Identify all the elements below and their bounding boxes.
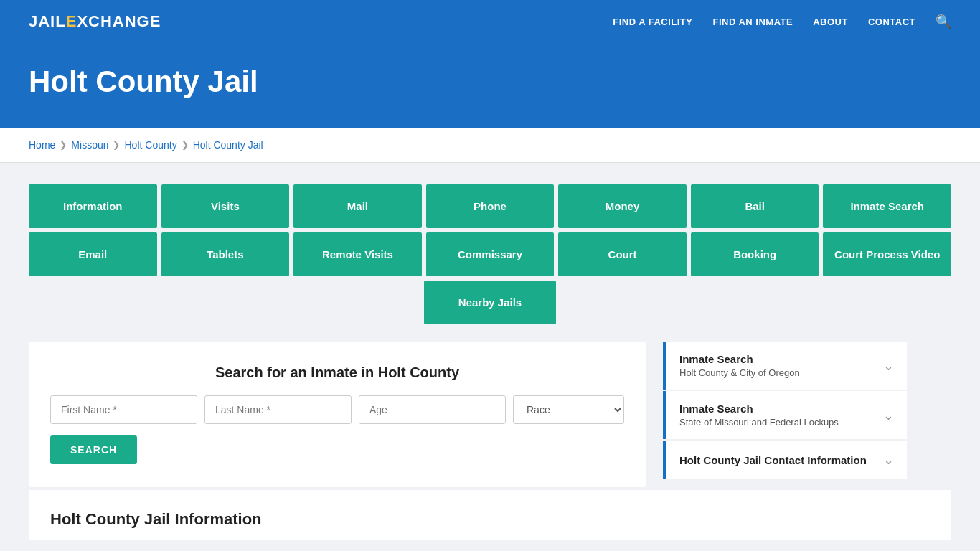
commissary-btn[interactable]: Commissary [426,232,555,276]
court-btn[interactable]: Court [558,232,687,276]
sidebar-item-title-2: Inmate Search [679,402,839,415]
breadcrumb-holt-county[interactable]: Holt County [124,139,176,151]
breadcrumb-sep-3: ❯ [182,140,189,150]
sidebar-inmate-search-holt[interactable]: Inmate Search Holt County & City of Oreg… [663,342,907,390]
chevron-down-icon-2: ⌄ [883,408,894,423]
search-button[interactable]: SEARCH [50,435,137,464]
sidebar-item-subtitle-1: Holt County & City of Oregon [679,367,800,378]
site-logo[interactable]: JAILEXCHANGE [29,12,161,31]
lower-section: Search for an Inmate in Holt County Race… [29,342,951,487]
inmate-search-btn[interactable]: Inmate Search [823,184,951,228]
right-sidebar: Inmate Search Holt County & City of Oreg… [663,342,907,481]
search-icon[interactable]: 🔍 [936,14,951,29]
search-panel: Search for an Inmate in Holt County Race… [29,342,646,487]
visits-btn[interactable]: Visits [161,184,290,228]
race-select[interactable]: Race White Black Hispanic Asian Other [513,395,624,424]
button-grid-row3: Nearby Jails [29,281,951,324]
page-title: Holt County Jail [29,65,951,99]
court-process-video-btn[interactable]: Court Process Video [823,232,951,276]
main-content: Information Visits Mail Phone Money Bail… [0,163,980,551]
breadcrumb-sep-1: ❯ [60,140,67,150]
chevron-down-icon-3: ⌄ [883,452,894,468]
logo-xchange: XCHANGE [77,12,161,30]
breadcrumb-home[interactable]: Home [29,139,55,151]
booking-btn[interactable]: Booking [691,232,819,276]
chevron-down-icon-1: ⌄ [883,358,894,374]
breadcrumb-bar: Home ❯ Missouri ❯ Holt County ❯ Holt Cou… [0,128,980,163]
nav-find-a-facility[interactable]: FIND A FACILITY [613,17,692,27]
hero-section: Holt County Jail [0,43,980,128]
nav-about[interactable]: ABOUT [813,17,848,27]
sidebar-inmate-search-missouri[interactable]: Inmate Search State of Missouri and Fede… [663,391,907,439]
sidebar-item-subtitle-2: State of Missouri and Federal Lockups [679,417,839,428]
first-name-input[interactable] [50,395,197,424]
information-btn[interactable]: Information [29,184,157,228]
search-fields: Race White Black Hispanic Asian Other [50,395,624,424]
search-title: Search for an Inmate in Holt County [50,364,624,381]
money-btn[interactable]: Money [558,184,687,228]
logo-jail: JAIL [29,12,66,30]
sidebar-item-title-3: Holt County Jail Contact Information [679,454,867,466]
logo-e: E [66,12,77,30]
age-input[interactable] [359,395,506,424]
email-btn[interactable]: Email [29,232,157,276]
button-grid-row2: Email Tablets Remote Visits Commissary C… [29,232,951,276]
nearby-jails-btn[interactable]: Nearby Jails [424,281,556,324]
last-name-input[interactable] [204,395,352,424]
phone-btn[interactable]: Phone [426,184,555,228]
nav-find-an-inmate[interactable]: FIND AN INMATE [712,17,793,27]
mail-btn[interactable]: Mail [293,184,422,228]
breadcrumb-missouri[interactable]: Missouri [71,139,108,151]
info-section: Holt County Jail Information [29,490,951,540]
tablets-btn[interactable]: Tablets [161,232,290,276]
site-header: JAILEXCHANGE FIND A FACILITY FIND AN INM… [0,0,980,43]
sidebar-item-title-1: Inmate Search [679,353,800,365]
remote-visits-btn[interactable]: Remote Visits [293,232,422,276]
breadcrumb: Home ❯ Missouri ❯ Holt County ❯ Holt Cou… [29,139,951,151]
button-grid-row1: Information Visits Mail Phone Money Bail… [29,184,951,228]
bail-btn[interactable]: Bail [691,184,819,228]
info-title: Holt County Jail Information [50,510,930,529]
breadcrumb-current: Holt County Jail [193,139,263,151]
sidebar-contact-info[interactable]: Holt County Jail Contact Information ⌄ [663,441,907,479]
main-nav: FIND A FACILITY FIND AN INMATE ABOUT CON… [613,14,951,29]
breadcrumb-sep-2: ❯ [113,140,120,150]
nav-contact[interactable]: CONTACT [868,17,915,27]
